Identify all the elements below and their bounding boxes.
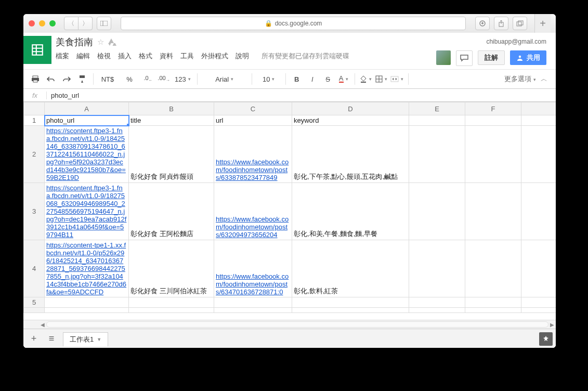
col-header-A[interactable]: A (45, 102, 129, 115)
address-bar[interactable]: 🔒 docs.google.com (121, 17, 466, 30)
number-format-menu[interactable]: 123 (172, 72, 194, 86)
cell-A5[interactable] (45, 297, 129, 308)
sidebar-button[interactable] (97, 17, 111, 30)
bold-icon[interactable]: B (289, 72, 305, 86)
share-label: 共用 (527, 53, 540, 62)
new-tab-button[interactable]: + (534, 14, 551, 33)
row-6 (24, 308, 556, 313)
svg-rect-14 (80, 75, 85, 78)
font-family-select[interactable]: Arial (201, 72, 249, 86)
cell-A3[interactable]: https://scontent.ftpe3-1.fna.fbcdn.net/v… (45, 183, 129, 240)
col-header-blank[interactable] (521, 102, 556, 115)
paint-format-icon[interactable] (74, 72, 90, 86)
column-header-row: A B C D E F (24, 102, 556, 115)
text-color-icon[interactable]: A (336, 72, 351, 86)
row-header-4[interactable]: 4 (24, 240, 45, 297)
strikethrough-icon[interactable]: S (320, 72, 336, 86)
row-header-5[interactable]: 5 (24, 297, 45, 308)
all-sheets-button[interactable]: ≡ (45, 333, 58, 344)
horizontal-scrollbar[interactable]: ◀ ▶ (23, 320, 556, 329)
back-button[interactable]: 〈 (64, 17, 79, 30)
move-to-drive-icon[interactable] (108, 38, 116, 46)
share-button-safari[interactable] (494, 17, 508, 30)
selection-handle[interactable] (127, 124, 129, 126)
cell-C2[interactable]: https://www.facebook.com/foodinhometown/… (214, 126, 292, 183)
maximize-window-button[interactable] (49, 20, 56, 27)
share-button[interactable]: 共用 (510, 50, 546, 65)
cell-B4[interactable]: 彰化好食 三川阿伯冰紅茶 (129, 240, 214, 297)
formula-bar: fx photo_url (23, 89, 556, 102)
cell-E1[interactable] (409, 115, 465, 126)
downloads-button[interactable] (475, 17, 490, 30)
minimize-window-button[interactable] (39, 20, 45, 27)
col-header-B[interactable]: B (129, 102, 214, 115)
cell-D1[interactable]: keyword (292, 115, 409, 126)
print-icon[interactable] (28, 72, 43, 86)
row-header-3[interactable]: 3 (24, 183, 45, 240)
account-email[interactable]: chibuapp@gmail.com (486, 38, 546, 45)
col-header-F[interactable]: F (465, 102, 521, 115)
cell-C4[interactable]: https://www.facebook.com/foodinhometown/… (214, 240, 292, 297)
increase-decimal[interactable]: .00→ (156, 72, 172, 86)
cell-G1[interactable] (521, 115, 556, 126)
format-percent[interactable]: % (119, 72, 140, 86)
select-all-corner[interactable] (24, 102, 45, 115)
redo-icon[interactable] (59, 72, 74, 86)
collapse-toolbar-icon[interactable]: ︿ (536, 74, 552, 84)
format-currency[interactable]: NT$ (97, 72, 119, 86)
cell-D4[interactable]: 彰化,飲料,紅茶 (292, 240, 409, 297)
more-options[interactable]: 更多選項 (504, 74, 536, 84)
col-header-C[interactable]: C (214, 102, 292, 115)
decrease-decimal[interactable]: .0← (140, 72, 156, 86)
scroll-left-icon[interactable]: ◀ (39, 320, 46, 329)
svg-point-10 (519, 56, 521, 58)
scroll-track[interactable] (46, 321, 548, 328)
col-header-E[interactable]: E (409, 102, 465, 115)
fill-color-icon[interactable] (358, 72, 374, 86)
add-sheet-button[interactable]: + (28, 333, 40, 344)
safari-window: 〈 〉 🔒 docs.google.com + 美食指南 (23, 14, 556, 348)
sheet-tab-menu-icon[interactable]: ▼ (97, 337, 101, 342)
undo-icon[interactable] (43, 72, 59, 86)
tabs-button[interactable] (513, 17, 527, 30)
forward-button[interactable]: 〉 (79, 17, 93, 30)
borders-icon[interactable] (374, 72, 389, 86)
cell-D3[interactable]: 彰化,和美,午餐,麵食,麵,早餐 (292, 183, 409, 240)
scroll-right-icon[interactable]: ▶ (548, 320, 556, 329)
cell-A4[interactable]: https://scontent-tpe1-1.xx.fbcdn.net/v/t… (45, 240, 129, 297)
cell-F2[interactable] (465, 126, 521, 183)
row-header-1[interactable]: 1 (24, 115, 45, 126)
cell-A1[interactable]: photo_url (45, 115, 129, 126)
svg-rect-4 (517, 22, 521, 26)
close-window-button[interactable] (29, 20, 35, 27)
sheet-tab-1[interactable]: 工作表1 ▼ (63, 332, 108, 346)
explore-button[interactable] (539, 332, 553, 346)
italic-icon[interactable]: I (305, 72, 320, 86)
cell-A2[interactable]: https://scontent.ftpe3-1.fna.fbcdn.net/v… (45, 126, 129, 183)
font-size-select[interactable]: 10 (255, 72, 282, 86)
cell-D2[interactable]: 彰化,下午茶,點心,饅頭,五花肉,鹹點 (292, 126, 409, 183)
row-header-2[interactable]: 2 (24, 126, 45, 183)
document-title[interactable]: 美食指南 (56, 36, 93, 48)
comments-button[interactable] (456, 50, 473, 66)
svg-rect-19 (391, 76, 398, 82)
row-header-6[interactable] (24, 308, 45, 313)
spreadsheet-grid[interactable]: A B C D E F 1 photo_url title url (23, 102, 556, 320)
sheet-tab-bar: + ≡ 工作表1 ▼ (23, 329, 556, 348)
cell-F1[interactable] (465, 115, 521, 126)
cell-C1[interactable]: url (214, 115, 292, 126)
cell-C3[interactable]: https://www.facebook.com/foodinhometown/… (214, 183, 292, 240)
cell-B3[interactable]: 彰化好食 王阿松麵店 (129, 183, 214, 240)
comment-label-button[interactable]: 註解 (478, 50, 505, 65)
formula-input[interactable]: photo_url (47, 92, 556, 99)
cell-B1[interactable]: title (129, 115, 214, 126)
col-header-D[interactable]: D (292, 102, 409, 115)
window-controls (29, 20, 56, 27)
cell-B2[interactable]: 彰化好食 阿貞炸饅頭 (129, 126, 214, 183)
account-avatar[interactable] (436, 50, 451, 65)
svg-rect-15 (361, 82, 366, 83)
cell-E2[interactable] (409, 126, 465, 183)
row-4: 4 https://scontent-tpe1-1.xx.fbcdn.net/v… (24, 240, 556, 297)
merge-cells-icon[interactable] (389, 72, 405, 86)
star-icon[interactable]: ☆ (97, 37, 104, 47)
